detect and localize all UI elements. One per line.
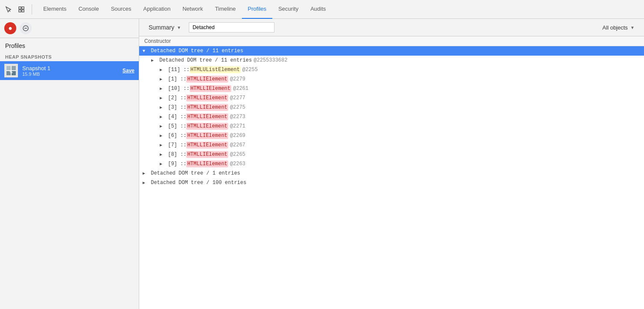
at-address: @2277 — [230, 95, 245, 101]
content-area: Summary ▼ All objects ▼ Constructor ▼ De… — [139, 19, 644, 309]
at-address: @2263 — [230, 161, 245, 167]
tree-area[interactable]: ▼ Detached DOM tree / 11 entries ▶ Detac… — [139, 46, 644, 309]
tree-row[interactable]: ▶ [7] :: HTMLLIElement @2267 — [139, 140, 644, 150]
tree-token: HTMLLIElement — [190, 85, 232, 92]
tree-row-label: Detached DOM tree / 1 entries — [151, 170, 240, 176]
toggle-arrow-icon[interactable]: ▶ — [143, 171, 148, 176]
tree-index: [6] :: — [168, 133, 186, 139]
filter-input[interactable] — [189, 22, 274, 33]
tab-timeline[interactable]: Timeline — [209, 0, 242, 19]
at-address: @2255333682 — [253, 57, 287, 63]
tree-token: HTMLLIElement — [186, 132, 228, 139]
objects-dropdown[interactable]: All objects ▼ — [598, 23, 639, 33]
tree-index: [11] :: — [168, 67, 189, 73]
tab-console[interactable]: Console — [72, 0, 105, 19]
toggle-arrow-icon[interactable]: ▼ — [143, 49, 148, 53]
tree-token: HTMLLIElement — [186, 76, 228, 83]
tree-row[interactable]: ▶ [3] :: HTMLLIElement @2275 — [139, 103, 644, 112]
tree-row-label: Detached DOM tree / 11 entries — [159, 57, 252, 63]
cursor-icon-btn[interactable] — [3, 4, 14, 15]
tree-index: [1] :: — [168, 76, 186, 82]
objects-label: All objects — [602, 24, 628, 31]
tree-index: [4] :: — [168, 114, 186, 120]
tree-index: [10] :: — [168, 86, 189, 92]
tree-index: [8] :: — [168, 152, 186, 157]
tree-row[interactable]: ▶ [6] :: HTMLLIElement @2269 — [139, 131, 644, 140]
toggle-arrow-icon[interactable]: ▶ — [160, 124, 165, 129]
toggle-arrow-icon[interactable]: ▶ — [160, 67, 165, 72]
tab-profiles[interactable]: Profiles — [242, 0, 272, 19]
tree-index: [5] :: — [168, 123, 186, 129]
tree-row[interactable]: ▶ [9] :: HTMLLIElement @2263 — [139, 159, 644, 169]
toggle-arrow-icon[interactable]: ▶ — [160, 133, 165, 138]
tree-token: HTMLUListElement — [190, 66, 241, 73]
clear-button[interactable] — [20, 22, 32, 34]
toggle-arrow-icon[interactable]: ▶ — [160, 143, 165, 148]
cursor-icon — [5, 6, 12, 13]
tree-row[interactable]: ▶ Detached DOM tree / 11 entries @225533… — [139, 56, 644, 65]
record-button[interactable]: ● — [4, 22, 16, 34]
snapshot-thumbnail: % — [5, 65, 17, 77]
constructor-header: Constructor — [139, 36, 644, 46]
content-toolbar: Summary ▼ All objects ▼ — [139, 19, 644, 36]
objects-arrow-icon: ▼ — [630, 25, 635, 30]
tree-row[interactable]: ▶ [8] :: HTMLLIElement @2265 — [139, 150, 644, 159]
tree-token: HTMLLIElement — [186, 160, 228, 167]
sidebar-title: Profiles — [0, 38, 139, 51]
at-address: @2261 — [233, 86, 248, 92]
tab-audits[interactable]: Audits — [304, 0, 332, 19]
svg-text:%: % — [9, 70, 12, 74]
at-address: @2275 — [230, 104, 245, 110]
tab-application[interactable]: Application — [137, 0, 177, 19]
toggle-arrow-icon[interactable]: ▶ — [160, 95, 165, 101]
svg-rect-1 — [22, 7, 24, 9]
svg-rect-0 — [19, 7, 21, 9]
summary-dropdown[interactable]: Summary ▼ — [144, 22, 185, 33]
tree-row[interactable]: ▶ [4] :: HTMLLIElement @2273 — [139, 112, 644, 122]
tab-sources[interactable]: Sources — [105, 0, 137, 19]
tree-row-label: Detached DOM tree / 100 entries — [151, 180, 246, 186]
toggle-arrow-icon[interactable]: ▶ — [160, 161, 165, 166]
sidebar-toolbar: ● — [0, 19, 139, 38]
tab-network[interactable]: Network — [176, 0, 209, 19]
snapshot-info: Snapshot 1 15.9 MB — [22, 65, 122, 77]
tree-index: [2] :: — [168, 95, 186, 101]
snapshot-item[interactable]: % Snapshot 1 15.9 MB Save — [0, 61, 139, 80]
tree-row[interactable]: ▶ Detached DOM tree / 100 entries — [139, 178, 644, 187]
tree-index: [3] :: — [168, 104, 186, 110]
top-nav: Elements Console Sources Application Net… — [0, 0, 644, 19]
snapshot-name: Snapshot 1 — [22, 65, 122, 71]
tree-index: [7] :: — [168, 142, 186, 148]
summary-arrow-icon: ▼ — [177, 25, 181, 30]
at-address: @2273 — [230, 114, 245, 120]
inspect-icon-btn[interactable] — [16, 4, 27, 15]
tab-elements[interactable]: Elements — [37, 0, 72, 19]
toggle-arrow-icon[interactable]: ▶ — [160, 105, 165, 110]
summary-label: Summary — [149, 24, 174, 31]
heap-snapshots-label: HEAP SNAPSHOTS — [0, 51, 139, 61]
tree-token: HTMLLIElement — [186, 151, 228, 158]
toggle-arrow-icon[interactable]: ▶ — [160, 86, 165, 91]
tree-row[interactable]: ▶ [2] :: HTMLLIElement @2277 — [139, 93, 644, 103]
tree-row[interactable]: ▼ Detached DOM tree / 11 entries — [139, 46, 644, 56]
tree-row[interactable]: ▶ [1] :: HTMLLIElement @2279 — [139, 74, 644, 84]
svg-rect-3 — [22, 10, 24, 12]
toggle-arrow-icon[interactable]: ▶ — [151, 58, 156, 63]
svg-rect-2 — [19, 10, 21, 12]
svg-rect-8 — [12, 66, 16, 70]
tree-token: HTMLLIElement — [186, 95, 228, 101]
tree-row-label: Detached DOM tree / 11 entries — [151, 48, 243, 54]
toggle-arrow-icon[interactable]: ▶ — [160, 152, 165, 157]
tab-security[interactable]: Security — [272, 0, 304, 19]
toggle-arrow-icon[interactable]: ▶ — [160, 77, 165, 82]
toggle-arrow-icon[interactable]: ▶ — [160, 114, 165, 119]
tree-row[interactable]: ▶ [5] :: HTMLLIElement @2271 — [139, 122, 644, 131]
toggle-arrow-icon[interactable]: ▶ — [143, 180, 148, 185]
tree-token: HTMLLIElement — [186, 123, 228, 130]
tree-row[interactable]: ▶ [10] :: HTMLLIElement @2261 — [139, 84, 644, 93]
tree-row[interactable]: ▶ Detached DOM tree / 1 entries — [139, 169, 644, 178]
tree-token: HTMLLIElement — [186, 104, 228, 111]
inspect-icon — [18, 6, 25, 13]
snapshot-save-link[interactable]: Save — [122, 68, 134, 74]
tree-row[interactable]: ▶ [11] :: HTMLUListElement @2255 — [139, 65, 644, 74]
